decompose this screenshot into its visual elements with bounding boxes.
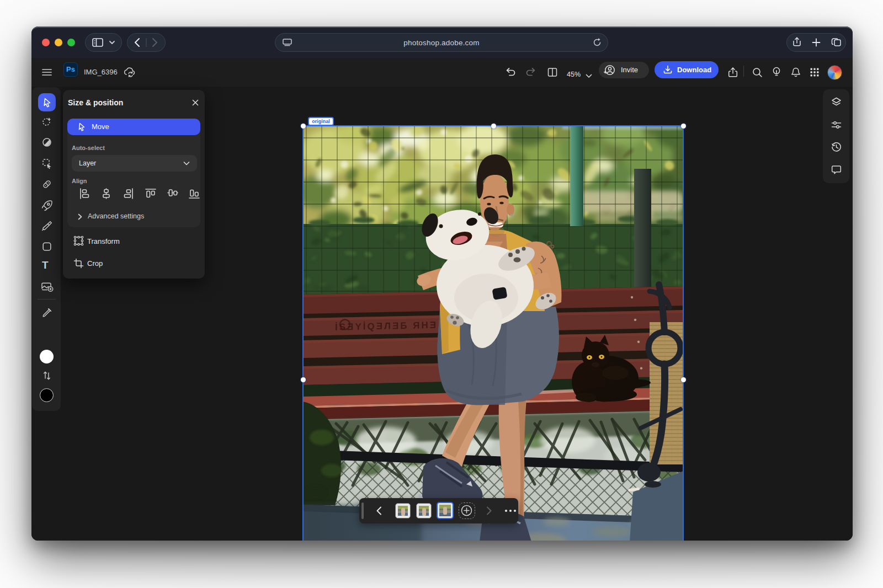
svg-text:İSƎYİQƎЛƎБ ЯHƎ: İSƎYİQƎЛƎБ ЯHƎ — [335, 320, 438, 333]
